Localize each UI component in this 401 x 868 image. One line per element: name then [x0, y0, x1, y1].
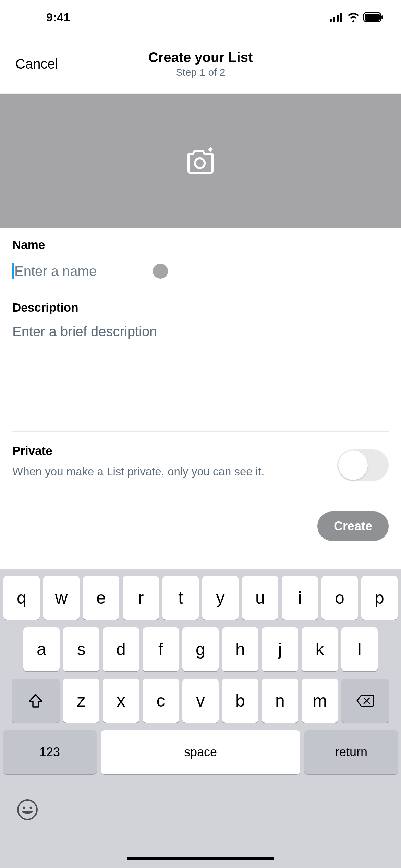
action-row: Create: [0, 496, 401, 541]
spacer: [363, 799, 385, 821]
key-c[interactable]: c: [143, 679, 179, 723]
key-t[interactable]: t: [162, 576, 199, 620]
wifi-icon: [347, 13, 360, 22]
key-u[interactable]: u: [242, 576, 278, 620]
svg-point-9: [23, 807, 25, 809]
emoji-icon[interactable]: [16, 799, 38, 821]
page-subtitle: Step 1 of 2: [148, 67, 253, 78]
key-a[interactable]: a: [23, 627, 60, 671]
key-v[interactable]: v: [182, 679, 219, 723]
svg-rect-3: [340, 13, 342, 22]
divider: [12, 431, 389, 432]
key-s[interactable]: s: [63, 627, 99, 671]
keyboard-row-1: q w e r t y u i o p: [3, 576, 398, 620]
key-n[interactable]: n: [262, 679, 298, 723]
key-r[interactable]: r: [123, 576, 159, 620]
key-return[interactable]: return: [304, 730, 398, 774]
cover-photo-picker[interactable]: [0, 94, 401, 228]
status-time: 9:41: [21, 11, 70, 24]
key-b[interactable]: b: [222, 679, 258, 723]
toggle-knob: [338, 450, 368, 480]
svg-rect-6: [381, 15, 383, 19]
cellular-icon: [330, 13, 343, 22]
home-indicator[interactable]: [127, 857, 274, 860]
svg-rect-0: [330, 19, 332, 22]
name-label: Name: [12, 238, 389, 252]
description-field-section: Description Enter a brief description: [0, 291, 401, 432]
key-m[interactable]: m: [302, 679, 338, 723]
key-i[interactable]: i: [282, 576, 318, 620]
svg-point-10: [30, 807, 32, 809]
key-j[interactable]: j: [262, 627, 298, 671]
key-p[interactable]: p: [361, 576, 398, 620]
keyboard-bottom-row: [3, 782, 398, 821]
svg-point-8: [18, 800, 37, 819]
key-k[interactable]: k: [302, 627, 338, 671]
name-field-section: Name: [0, 228, 401, 291]
key-w[interactable]: w: [43, 576, 80, 620]
key-shift[interactable]: [12, 679, 60, 723]
key-z[interactable]: z: [63, 679, 99, 723]
nav-header: Cancel Create your List Step 1 of 2: [0, 34, 401, 94]
svg-rect-5: [365, 14, 380, 21]
create-button[interactable]: Create: [317, 511, 389, 541]
nav-title-wrap: Create your List Step 1 of 2: [148, 50, 253, 78]
key-q[interactable]: q: [3, 576, 40, 620]
status-bar: 9:41: [0, 0, 401, 34]
keyboard-row-3: z x c v b n m: [3, 679, 398, 723]
key-backspace[interactable]: [341, 679, 389, 723]
keyboard: q w e r t y u i o p a s d f g h j k l z …: [0, 569, 401, 868]
battery-icon: [363, 12, 384, 22]
key-h[interactable]: h: [222, 627, 258, 671]
key-d[interactable]: d: [103, 627, 139, 671]
key-space[interactable]: space: [101, 730, 300, 774]
key-y[interactable]: y: [202, 576, 239, 620]
key-e[interactable]: e: [83, 576, 119, 620]
key-o[interactable]: o: [321, 576, 358, 620]
description-input[interactable]: Enter a brief description: [12, 324, 389, 339]
svg-rect-2: [337, 15, 339, 22]
text-cursor: [12, 263, 14, 279]
private-label: Private: [12, 444, 337, 458]
page-title: Create your List: [148, 50, 253, 65]
key-g[interactable]: g: [182, 627, 219, 671]
cancel-button[interactable]: Cancel: [15, 56, 58, 72]
shift-icon: [28, 693, 43, 708]
svg-point-7: [195, 158, 205, 168]
key-f[interactable]: f: [143, 627, 179, 671]
private-toggle[interactable]: [337, 449, 389, 481]
camera-icon: [185, 147, 216, 175]
keyboard-row-4: 123 space return: [3, 730, 398, 774]
touch-indicator: [153, 264, 168, 279]
private-section: Private When you make a List private, on…: [0, 432, 401, 496]
backspace-icon: [356, 694, 374, 708]
key-x[interactable]: x: [103, 679, 139, 723]
private-description: When you make a List private, only you c…: [12, 465, 337, 478]
keyboard-row-2: a s d f g h j k l: [3, 627, 398, 671]
name-input[interactable]: [14, 264, 389, 279]
key-numbers[interactable]: 123: [3, 730, 97, 774]
svg-rect-1: [333, 17, 335, 22]
key-l[interactable]: l: [341, 627, 378, 671]
status-icons: [330, 12, 384, 22]
description-label: Description: [12, 301, 389, 314]
